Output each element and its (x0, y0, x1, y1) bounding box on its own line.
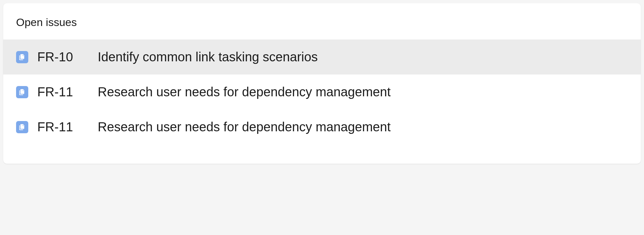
issues-list: FR-10Identify common link tasking scenar… (3, 39, 641, 144)
issue-key: FR-10 (37, 50, 85, 64)
issue-row[interactable]: FR-10Identify common link tasking scenar… (3, 39, 641, 74)
issue-key: FR-11 (37, 85, 85, 99)
page-copy-icon (16, 121, 28, 133)
issue-row[interactable]: FR-11Research user needs for dependency … (3, 109, 641, 144)
issue-title: Research user needs for dependency manag… (94, 85, 391, 99)
panel-header: Open issues (3, 3, 641, 39)
issue-row[interactable]: FR-11Research user needs for dependency … (3, 74, 641, 109)
issue-title: Identify common link tasking scenarios (94, 50, 318, 64)
page-copy-icon (16, 86, 28, 98)
issue-title: Research user needs for dependency manag… (94, 120, 391, 134)
open-issues-panel: Open issues FR-10Identify common link ta… (3, 3, 641, 164)
issue-key: FR-11 (37, 120, 85, 134)
panel-title: Open issues (16, 16, 628, 29)
page-copy-icon (16, 51, 28, 63)
